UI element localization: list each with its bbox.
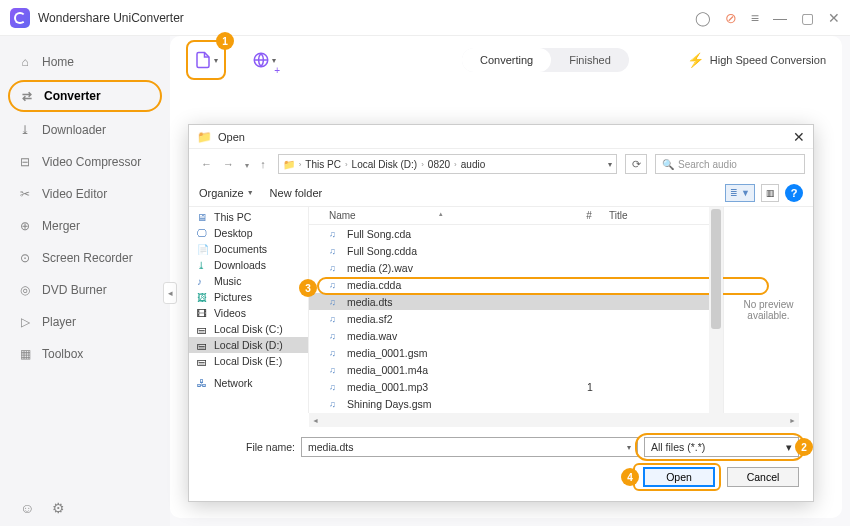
- column-header[interactable]: Title: [609, 210, 709, 221]
- help-button[interactable]: ?: [785, 184, 803, 202]
- sidebar-item-compressor[interactable]: ⊟Video Compressor: [0, 146, 170, 178]
- scissors-icon: ✂: [18, 187, 32, 201]
- maximize-button[interactable]: ▢: [801, 10, 814, 26]
- sidebar-collapse-handle[interactable]: ◂: [163, 282, 177, 304]
- tree-item[interactable]: 🖴Local Disk (D:): [189, 337, 308, 353]
- settings-icon[interactable]: ⚙: [52, 500, 65, 516]
- crumb[interactable]: 0820: [428, 159, 450, 170]
- sidebar-item-label: Video Compressor: [42, 155, 141, 169]
- sidebar-item-merger[interactable]: ⊕Merger: [0, 210, 170, 242]
- sidebar-item-dvd[interactable]: ◎DVD Burner: [0, 274, 170, 306]
- close-button[interactable]: ✕: [828, 10, 840, 26]
- view-mode-button[interactable]: ≣ ▼: [725, 184, 755, 202]
- tree-item[interactable]: 📄Documents: [189, 241, 308, 257]
- sidebar-item-label: Toolbox: [42, 347, 83, 361]
- account-icon[interactable]: ◯: [695, 10, 711, 26]
- filename-input[interactable]: media.dts▾: [301, 437, 638, 457]
- status-tabs: Converting Finished: [462, 48, 629, 72]
- tree-item[interactable]: 🖴Local Disk (C:): [189, 321, 308, 337]
- search-input[interactable]: 🔍 Search audio: [655, 154, 805, 174]
- minimize-button[interactable]: —: [773, 10, 787, 26]
- record-icon: ⊙: [18, 251, 32, 265]
- nav-forward-button[interactable]: →: [219, 158, 238, 170]
- file-row[interactable]: ♫media_0001.m4a: [309, 361, 709, 378]
- nav-recent-button[interactable]: ▾: [241, 161, 253, 170]
- file-row[interactable]: ♫media.wav: [309, 327, 709, 344]
- tab-finished[interactable]: Finished: [551, 48, 629, 72]
- horizontal-scrollbar[interactable]: [309, 413, 799, 427]
- file-row[interactable]: ♫media.dts: [309, 293, 709, 310]
- sidebar-item-label: Home: [42, 55, 74, 69]
- sidebar-item-toolbox[interactable]: ▦Toolbox: [0, 338, 170, 370]
- tree-item[interactable]: 🖥This PC: [189, 209, 308, 225]
- callout-badge-2: 2: [795, 438, 813, 456]
- sidebar-item-home[interactable]: ⌂Home: [0, 46, 170, 78]
- network-icon: 🖧: [197, 378, 209, 389]
- sidebar-item-label: Downloader: [42, 123, 106, 137]
- chevron-down-icon[interactable]: ▾: [608, 160, 612, 169]
- vertical-scrollbar[interactable]: [709, 207, 723, 413]
- tree-item[interactable]: 🖴Local Disk (E:): [189, 353, 308, 369]
- refresh-button[interactable]: ⟳: [625, 154, 647, 174]
- crumb[interactable]: audio: [461, 159, 485, 170]
- file-row[interactable]: ♫media_0001.mp31: [309, 378, 709, 395]
- feedback-icon[interactable]: ☺: [20, 500, 34, 516]
- drive-icon: 🖴: [197, 356, 209, 367]
- tree-item[interactable]: ♪Music: [189, 273, 308, 289]
- support-icon[interactable]: ⊘: [725, 10, 737, 26]
- tab-converting[interactable]: Converting: [462, 48, 551, 72]
- file-row[interactable]: ♫media.cdda: [309, 276, 709, 293]
- sidebar-item-label: Converter: [44, 89, 101, 103]
- file-row[interactable]: ♫media (2).wav: [309, 259, 709, 276]
- sidebar-item-recorder[interactable]: ⊙Screen Recorder: [0, 242, 170, 274]
- preview-pane-button[interactable]: ▥: [761, 184, 779, 202]
- chevron-down-icon[interactable]: ▾: [786, 441, 792, 453]
- tree-item[interactable]: 🖼Pictures: [189, 289, 308, 305]
- file-row[interactable]: ♫Full Song.cda: [309, 225, 709, 242]
- filetype-select[interactable]: All files (*.*)▾: [644, 437, 799, 457]
- tree-item[interactable]: 🖵Desktop: [189, 225, 308, 241]
- breadcrumb[interactable]: 📁 ›This PC ›Local Disk (D:) ›0820 ›audio…: [278, 154, 617, 174]
- tree-item[interactable]: ⤓Downloads: [189, 257, 308, 273]
- tree-item[interactable]: 🎞Videos: [189, 305, 308, 321]
- home-icon: ⌂: [18, 55, 32, 69]
- app-logo: [10, 8, 30, 28]
- search-icon: 🔍: [662, 159, 674, 170]
- audio-file-icon: ♫: [329, 280, 343, 290]
- file-row[interactable]: ♫media.sf2: [309, 310, 709, 327]
- dialog-close-button[interactable]: ✕: [793, 129, 805, 145]
- audio-file-icon: ♫: [329, 348, 343, 358]
- sidebar-item-downloader[interactable]: ⤓Downloader: [0, 114, 170, 146]
- column-header[interactable]: #: [569, 210, 609, 221]
- file-row[interactable]: ♫Shining Days.gsm: [309, 395, 709, 412]
- callout-badge-1: 1: [216, 32, 234, 50]
- sidebar-item-player[interactable]: ▷Player: [0, 306, 170, 338]
- sort-asc-icon: ▴: [439, 210, 443, 218]
- compress-icon: ⊟: [18, 155, 32, 169]
- crumb[interactable]: Local Disk (D:): [352, 159, 418, 170]
- chevron-down-icon[interactable]: ▾: [627, 443, 631, 452]
- sidebar-item-editor[interactable]: ✂Video Editor: [0, 178, 170, 210]
- file-row[interactable]: ♫Full Song.cdda: [309, 242, 709, 259]
- high-speed-toggle[interactable]: ⚡ High Speed Conversion: [687, 52, 826, 68]
- new-folder-button[interactable]: New folder: [270, 187, 323, 199]
- add-url-button[interactable]: +▾: [250, 46, 278, 74]
- column-header[interactable]: Name: [329, 210, 356, 221]
- audio-file-icon: ♫: [329, 297, 343, 307]
- nav-up-button[interactable]: ↑: [256, 158, 270, 170]
- sidebar-item-converter[interactable]: ⇄Converter: [8, 80, 162, 112]
- merge-icon: ⊕: [18, 219, 32, 233]
- dialog-title: Open: [218, 131, 245, 143]
- menu-icon[interactable]: ≡: [751, 10, 759, 26]
- drive-icon: 🖴: [197, 340, 209, 351]
- crumb[interactable]: This PC: [305, 159, 341, 170]
- nav-back-button[interactable]: ←: [197, 158, 216, 170]
- hsc-label: High Speed Conversion: [710, 54, 826, 66]
- add-file-button[interactable]: ▾ 1: [186, 40, 226, 80]
- open-button[interactable]: Open: [643, 467, 715, 487]
- file-row[interactable]: ♫media_0001.gsm: [309, 344, 709, 361]
- sidebar-item-label: Merger: [42, 219, 80, 233]
- cancel-button[interactable]: Cancel: [727, 467, 799, 487]
- tree-item[interactable]: 🖧Network: [189, 375, 308, 391]
- organize-menu[interactable]: Organize▼: [199, 187, 254, 199]
